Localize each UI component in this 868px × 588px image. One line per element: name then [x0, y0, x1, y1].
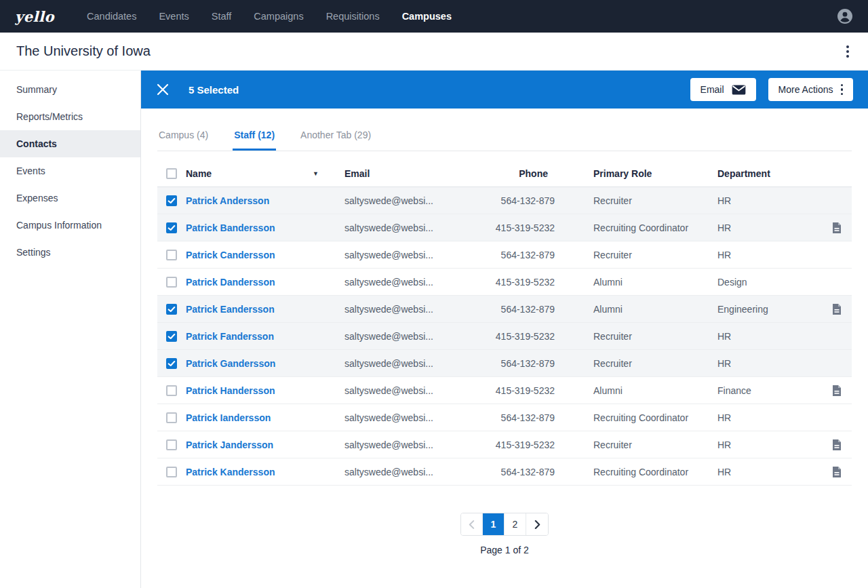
sidebar-item-contacts[interactable]: Contacts	[0, 130, 140, 157]
pagination-page-1[interactable]: 1	[483, 513, 505, 535]
tab-campus-4[interactable]: Campus (4)	[157, 121, 210, 151]
document-icon[interactable]	[831, 303, 842, 315]
document-icon[interactable]	[831, 439, 842, 451]
topnav-item-events[interactable]: Events	[159, 11, 189, 22]
yello-logo: yello	[15, 8, 54, 25]
contact-phone: 415-319-5232	[477, 222, 564, 233]
page-title: The University of Iowa	[16, 43, 151, 59]
row-checkbox[interactable]	[166, 467, 177, 477]
contact-department: HR	[715, 195, 822, 206]
table-row: Patrick Dandersson saltyswede@websi... 4…	[157, 269, 852, 296]
column-header-primary-role: Primary Role	[564, 168, 715, 179]
contact-department: Engineering	[715, 304, 822, 315]
contact-phone: 415-319-5232	[477, 277, 564, 288]
row-checkbox[interactable]	[166, 304, 177, 315]
row-checkbox[interactable]	[166, 385, 177, 396]
contact-phone: 564-132-879	[477, 304, 564, 315]
sidebar-item-expenses[interactable]: Expenses	[0, 184, 140, 212]
contact-email: saltyswede@websi...	[344, 250, 477, 260]
row-checkbox[interactable]	[166, 277, 177, 288]
row-checkbox[interactable]	[166, 222, 177, 233]
document-icon[interactable]	[831, 466, 842, 478]
topnav-item-campaigns[interactable]: Campaigns	[254, 11, 303, 22]
contact-phone: 564-132-879	[477, 358, 564, 369]
contact-phone: 564-132-879	[477, 467, 564, 477]
row-checkbox[interactable]	[166, 412, 177, 423]
contact-department: HR	[715, 358, 822, 369]
sidebar-item-summary[interactable]: Summary	[0, 76, 140, 103]
contact-department: HR	[715, 467, 822, 477]
contact-name-link[interactable]: Patrick Handersson	[186, 385, 344, 396]
row-checkbox[interactable]	[166, 331, 177, 342]
topnav-menu: CandidatesEventsStaffCampaignsRequisitio…	[87, 11, 452, 22]
sort-caret-down-icon[interactable]: ▼	[313, 170, 319, 177]
page-header: The University of Iowa	[0, 33, 868, 71]
email-button-label: Email	[701, 84, 724, 95]
topnav-item-requisitions[interactable]: Requisitions	[326, 11, 380, 22]
contact-primary-role: Recruiter	[564, 439, 715, 450]
table-row: Patrick Fandersson saltyswede@websi... 4…	[157, 323, 852, 350]
tabs: Campus (4)Staff (12)Another Tab (29)	[157, 121, 372, 151]
row-checkbox[interactable]	[166, 250, 177, 260]
pagination-controls: 12	[460, 513, 549, 536]
table-row: Patrick Eandersson saltyswede@websi... 5…	[157, 296, 852, 323]
pagination-prev-icon[interactable]	[461, 513, 483, 535]
column-header-email: Email	[344, 168, 477, 179]
contact-name-link[interactable]: Patrick Bandersson	[186, 222, 344, 233]
more-actions-button-label: More Actions	[778, 84, 833, 95]
contact-department: HR	[715, 222, 822, 233]
contact-email: saltyswede@websi...	[344, 304, 477, 315]
sidebar-item-events[interactable]: Events	[0, 157, 140, 184]
contact-name-link[interactable]: Patrick Jandersson	[186, 439, 344, 450]
row-checkbox[interactable]	[166, 439, 177, 450]
clear-selection-close-icon[interactable]	[156, 83, 170, 96]
contact-email: saltyswede@websi...	[344, 331, 477, 342]
contact-primary-role: Recruiter	[564, 195, 715, 206]
row-checkbox[interactable]	[166, 195, 177, 206]
contact-primary-role: Recruiting Coordinator	[564, 222, 715, 233]
tab-another-tab-29[interactable]: Another Tab (29)	[299, 121, 372, 151]
contact-name-link[interactable]: Patrick Gandersson	[186, 358, 344, 369]
topnav-item-staff[interactable]: Staff	[212, 11, 232, 22]
column-header-name[interactable]: Name ▼	[186, 168, 344, 179]
tab-staff-12[interactable]: Staff (12)	[233, 121, 276, 151]
pagination-next-icon[interactable]	[526, 513, 548, 535]
table-row: Patrick Iandersson saltyswede@websi... 5…	[157, 404, 852, 431]
sidebar-item-campus-information[interactable]: Campus Information	[0, 212, 140, 239]
select-all-checkbox[interactable]	[166, 168, 177, 179]
document-icon[interactable]	[831, 385, 842, 397]
contact-name-link[interactable]: Patrick Kandersson	[186, 467, 344, 477]
pagination-page-2[interactable]: 2	[505, 513, 526, 535]
table-row: Patrick Bandersson saltyswede@websi... 4…	[157, 214, 852, 241]
document-icon[interactable]	[831, 222, 842, 234]
table-row: Patrick Kandersson saltyswede@websi... 5…	[157, 458, 852, 486]
page-actions-kebab-icon[interactable]	[844, 43, 852, 60]
contact-phone: 564-132-879	[477, 412, 564, 423]
contact-name-link[interactable]: Patrick Fandersson	[186, 331, 344, 342]
contact-name-link[interactable]: Patrick Iandersson	[186, 412, 344, 423]
contact-phone: 415-319-5232	[477, 385, 564, 396]
contact-name-link[interactable]: Patrick Candersson	[186, 250, 344, 260]
more-actions-button[interactable]: More Actions	[768, 78, 853, 101]
contact-phone: 415-319-5232	[477, 439, 564, 450]
table-header-row: Name ▼ Email Phone Primary Role Departme…	[157, 160, 852, 187]
contact-name-link[interactable]: Patrick Eandersson	[186, 304, 344, 315]
page-summary: Page 1 of 2	[480, 545, 529, 555]
topnav-item-campuses[interactable]: Campuses	[402, 11, 452, 22]
sidebar-item-settings[interactable]: Settings	[0, 239, 140, 266]
email-button[interactable]: Email	[690, 78, 756, 101]
topnav-item-candidates[interactable]: Candidates	[87, 11, 136, 22]
pagination: 12 Page 1 of 2	[141, 513, 868, 555]
contact-primary-role: Recruiter	[564, 331, 715, 342]
contact-department: HR	[715, 439, 822, 450]
contact-email: saltyswede@websi...	[344, 222, 477, 233]
sidebar-item-reports-metrics[interactable]: Reports/Metrics	[0, 103, 140, 130]
contact-name-link[interactable]: Patrick Andersson	[186, 195, 344, 206]
contact-email: saltyswede@websi...	[344, 358, 477, 369]
row-checkbox[interactable]	[166, 358, 177, 369]
table-body: Patrick Andersson saltyswede@websi... 56…	[157, 187, 852, 486]
contact-name-link[interactable]: Patrick Dandersson	[186, 277, 344, 288]
contact-email: saltyswede@websi...	[344, 195, 477, 206]
account-avatar-icon[interactable]	[837, 8, 853, 24]
contacts-table: Name ▼ Email Phone Primary Role Departme…	[157, 160, 852, 486]
